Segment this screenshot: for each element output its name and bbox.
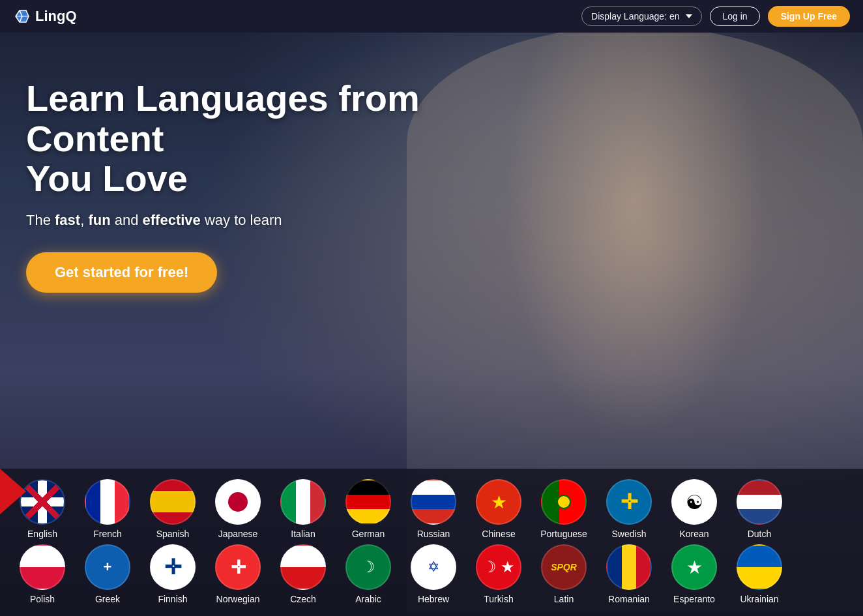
language-item-norwegian[interactable]: ✛Norwegian	[209, 544, 267, 604]
language-label-finnish: Finnish	[158, 594, 187, 604]
flag-italian	[280, 479, 326, 525]
language-label-esperanto: Esperanto	[673, 594, 715, 604]
language-label-japanese: Japanese	[218, 529, 258, 539]
flag-dutch	[737, 479, 782, 525]
language-item-arabic[interactable]: ☽Arabic	[339, 544, 398, 604]
logo-text: LingQ	[35, 8, 77, 25]
hero-subtitle: The fast, fun and effective way to learn	[26, 212, 561, 229]
language-item-swedish[interactable]: ✛Swedish	[600, 479, 658, 539]
language-item-latin[interactable]: SPQRLatin	[534, 544, 593, 604]
language-item-korean[interactable]: ☯Korean	[665, 479, 724, 539]
language-item-greek[interactable]: +Greek	[78, 544, 137, 604]
display-language-label: Display Language: en	[591, 11, 679, 22]
flag-czech	[280, 544, 326, 590]
language-label-greek: Greek	[95, 594, 120, 604]
language-label-hebrew: Hebrew	[418, 594, 449, 604]
flag-hebrew: ✡	[411, 544, 456, 590]
flag-english	[20, 479, 65, 525]
hero-section: LingQ Display Language: en Log in Sign U…	[0, 0, 863, 616]
flag-norwegian: ✛	[215, 544, 261, 590]
languages-section: EnglishFrenchSpanishJapaneseItalianGerma…	[0, 469, 863, 616]
language-item-spanish[interactable]: Spanish	[143, 479, 202, 539]
flag-esperanto: ★	[671, 544, 717, 590]
flag-polish	[20, 544, 65, 590]
language-label-korean: Korean	[679, 529, 709, 539]
language-item-portuguese[interactable]: Portuguese	[534, 479, 593, 539]
flag-romanian	[606, 544, 652, 590]
language-label-german: German	[352, 529, 385, 539]
flag-french	[85, 479, 130, 525]
language-label-russian: Russian	[417, 529, 450, 539]
language-label-norwegian: Norwegian	[216, 594, 260, 604]
language-item-hebrew[interactable]: ✡Hebrew	[404, 544, 463, 604]
hero-content: Learn Languages from Content You Love Th…	[26, 78, 561, 293]
language-item-russian[interactable]: Russian	[404, 479, 463, 539]
language-item-ukrainian[interactable]: Ukrainian	[730, 544, 789, 604]
flag-finnish: ✛	[150, 544, 196, 590]
language-label-polish: Polish	[30, 594, 55, 604]
language-row-2: Polish+Greek✛Finnish✛NorwegianCzech☽Arab…	[13, 544, 850, 604]
language-label-swedish: Swedish	[612, 529, 647, 539]
signup-button[interactable]: Sign Up Free	[768, 6, 850, 27]
language-item-romanian[interactable]: Romanian	[600, 544, 658, 604]
flag-japanese	[215, 479, 261, 525]
header: LingQ Display Language: en Log in Sign U…	[0, 0, 863, 33]
flag-chinese: ★	[476, 479, 521, 525]
language-label-latin: Latin	[554, 594, 574, 604]
language-label-ukrainian: Ukrainian	[740, 594, 778, 604]
language-item-dutch[interactable]: Dutch	[730, 479, 789, 539]
header-nav: Display Language: en Log in Sign Up Free	[581, 6, 850, 27]
flag-arabic: ☽	[345, 544, 391, 590]
language-item-polish[interactable]: Polish	[13, 544, 72, 604]
hero-title: Learn Languages from Content You Love	[26, 78, 561, 199]
language-item-italian[interactable]: Italian	[274, 479, 332, 539]
logo-icon	[13, 7, 31, 25]
language-label-french: French	[93, 529, 122, 539]
language-label-spanish: Spanish	[156, 529, 190, 539]
language-label-chinese: Chinese	[482, 529, 515, 539]
language-item-turkish[interactable]: ☽ ★Turkish	[469, 544, 528, 604]
logo[interactable]: LingQ	[13, 7, 77, 25]
flag-greek: +	[85, 544, 130, 590]
language-item-german[interactable]: German	[339, 479, 398, 539]
display-language-button[interactable]: Display Language: en	[581, 7, 702, 26]
language-item-chinese[interactable]: ★Chinese	[469, 479, 528, 539]
get-started-button[interactable]: Get started for free!	[26, 252, 217, 293]
language-item-finnish[interactable]: ✛Finnish	[143, 544, 202, 604]
flag-russian	[411, 479, 456, 525]
chevron-down-icon	[686, 14, 692, 18]
flag-portuguese	[541, 479, 587, 525]
language-label-arabic: Arabic	[355, 594, 381, 604]
language-item-czech[interactable]: Czech	[274, 544, 332, 604]
flag-german	[345, 479, 391, 525]
language-label-portuguese: Portuguese	[540, 529, 587, 539]
login-button[interactable]: Log in	[710, 7, 759, 26]
language-label-czech: Czech	[290, 594, 316, 604]
flag-latin: SPQR	[541, 544, 587, 590]
flag-ukrainian	[737, 544, 782, 590]
language-label-italian: Italian	[291, 529, 315, 539]
flag-swedish: ✛	[606, 479, 652, 525]
language-label-dutch: Dutch	[748, 529, 772, 539]
language-row-1: EnglishFrenchSpanishJapaneseItalianGerma…	[13, 479, 850, 539]
language-item-japanese[interactable]: Japanese	[209, 479, 267, 539]
flag-turkish: ☽ ★	[476, 544, 521, 590]
flag-korean: ☯	[671, 479, 717, 525]
language-label-romanian: Romanian	[608, 594, 650, 604]
language-label-turkish: Turkish	[484, 594, 513, 604]
flag-spanish	[150, 479, 196, 525]
language-item-esperanto[interactable]: ★Esperanto	[665, 544, 724, 604]
language-label-english: English	[27, 529, 57, 539]
language-item-french[interactable]: French	[78, 479, 137, 539]
